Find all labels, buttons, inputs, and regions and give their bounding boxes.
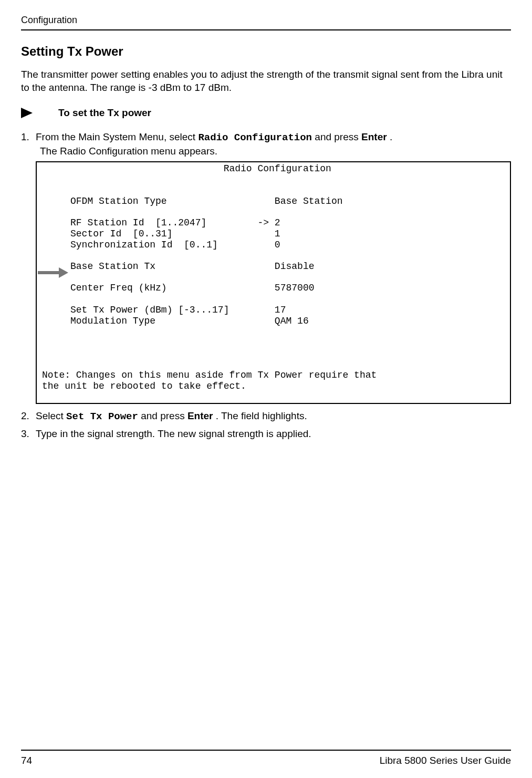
- doc-title: Libra 5800 Series User Guide: [380, 754, 511, 767]
- page-footer: 74 Libra 5800 Series User Guide: [21, 750, 511, 767]
- terminal-line: Modulation Type QAM 16: [42, 316, 505, 327]
- step-1-pre: From the Main System Menu, select: [36, 131, 198, 142]
- terminal-box: Radio Configuration OFDM Station Type Ba…: [36, 161, 511, 404]
- terminal-line: RF Station Id [1..2047] -> 2: [42, 217, 505, 229]
- running-header: Configuration: [21, 14, 511, 30]
- step-1-cmd: Radio Configuration: [198, 132, 312, 143]
- terminal-line: Set Tx Power (dBm) [-3...17] 17: [42, 305, 505, 316]
- terminal-line: Base Station Tx Disable: [42, 261, 505, 272]
- terminal-figure: Radio Configuration OFDM Station Type Ba…: [36, 161, 511, 404]
- terminal-line: Sector Id [0..31] 1: [42, 229, 505, 240]
- section-title: Setting Tx Power: [21, 43, 511, 60]
- pointer-arrow-icon: [38, 267, 68, 278]
- svg-marker-0: [21, 108, 33, 118]
- procedure-heading: To set the Tx power: [21, 106, 511, 120]
- page-number: 74: [21, 754, 32, 767]
- terminal-note: Note: Changes on this menu aside from Tx…: [42, 370, 505, 381]
- intro-paragraph: The transmitter power setting enables yo…: [21, 68, 511, 95]
- step-1-key: Enter: [361, 131, 387, 142]
- step-2-cmd: Set Tx Power: [66, 411, 138, 422]
- terminal-line: Center Freq (kHz) 5787000: [42, 283, 505, 294]
- step-2-pre: Select: [36, 410, 66, 421]
- steps-list: From the Main System Menu, select Radio …: [21, 130, 511, 441]
- step-2-mid: and press: [141, 410, 187, 421]
- step-1-post: .: [390, 131, 392, 142]
- step-1: From the Main System Menu, select Radio …: [21, 130, 511, 404]
- terminal-line: Synchronization Id [0..1] 0: [42, 240, 505, 251]
- step-1-mid: and press: [315, 131, 361, 142]
- svg-rect-1: [38, 271, 59, 274]
- terminal-note: the unit be rebooted to take effect.: [42, 381, 505, 392]
- terminal-line: OFDM Station Type Base Station: [42, 196, 505, 207]
- play-arrow-icon: [21, 108, 35, 118]
- step-2-post: . The field highlights.: [216, 410, 307, 421]
- page: Configuration Setting Tx Power The trans…: [0, 0, 532, 778]
- step-1-result: The Radio Configuration menu appears.: [40, 144, 511, 158]
- step-3: Type in the signal strength. The new sig…: [21, 427, 511, 441]
- svg-marker-2: [59, 267, 68, 278]
- step-2: Select Set Tx Power and press Enter . Th…: [21, 409, 511, 424]
- procedure-label: To set the Tx power: [58, 106, 151, 120]
- step-1-text: From the Main System Menu, select Radio …: [36, 131, 392, 142]
- terminal-title: Radio Configuration: [42, 163, 505, 174]
- step-2-key: Enter: [187, 410, 213, 421]
